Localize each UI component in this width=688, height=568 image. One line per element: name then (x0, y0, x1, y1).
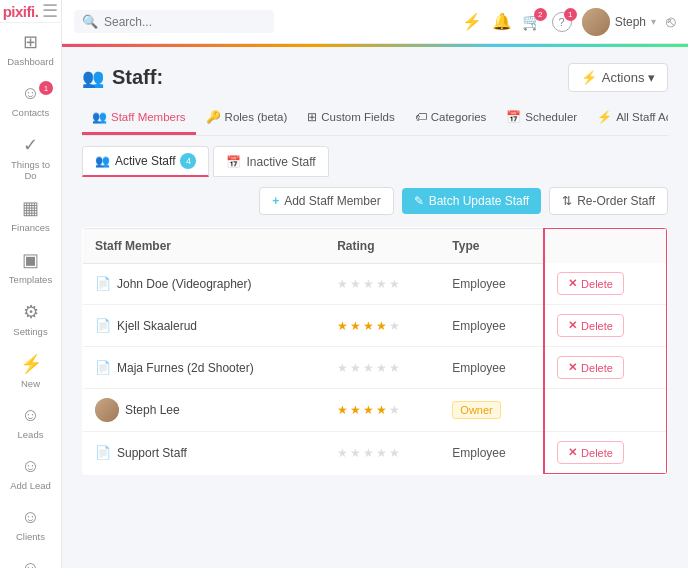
staff-member-cell: 📄 Support Staff (83, 432, 326, 475)
sidebar-item-settings-inner[interactable]: ⚙ Settings (0, 293, 61, 345)
user-avatar (582, 8, 610, 36)
subtab-active-staff[interactable]: 👥 Active Staff 4 (82, 146, 209, 177)
tab-scheduler-label: Scheduler (525, 111, 577, 123)
sidebar-label-templates: Templates (9, 274, 52, 285)
type-cell: Employee (440, 263, 544, 305)
tab-roles[interactable]: 🔑 Roles (beta) (196, 102, 298, 135)
delete-button[interactable]: ✕ Delete (557, 441, 624, 464)
delete-label: Delete (581, 320, 613, 332)
staff-member-cell: 📄 Maja Furnes (2d Shooter) (83, 347, 326, 389)
help-icon-wrap[interactable]: ? 1 (552, 12, 572, 32)
tab-staff-members[interactable]: 👥 Staff Members (82, 102, 196, 135)
add-staff-button[interactable]: + Add Staff Member (259, 187, 394, 215)
staff-member-inner: 📄 Support Staff (95, 445, 313, 460)
actions-lightning-icon: ⚡ (581, 70, 597, 85)
cart-icon-wrap[interactable]: 🛒 2 (522, 12, 542, 31)
star-5: ★ (389, 446, 400, 460)
sidebar-item-finances-inner[interactable]: ▦ Finances (0, 189, 61, 241)
sidebar-item-dashboard-inner[interactable]: ⊞ Dashboard (0, 23, 61, 75)
sidebar-item-dashboard[interactable]: ⊞ Dashboard (0, 23, 61, 75)
star-3: ★ (363, 277, 374, 291)
page-header: 👥 Staff: ⚡ Actions ▾ (82, 63, 668, 92)
star-1: ★ (337, 361, 348, 375)
star-1: ★ (337, 319, 348, 333)
star-5: ★ (389, 361, 400, 375)
sidebar-item-things-inner[interactable]: ✓ Things to Do (0, 126, 61, 189)
staff-doc-icon: 📄 (95, 276, 111, 291)
sidebar-item-settings[interactable]: ⚙ Settings (0, 293, 61, 345)
search-wrap[interactable]: 🔍 (74, 10, 274, 33)
search-icon: 🔍 (82, 14, 98, 29)
tab-custom-fields[interactable]: ⊞ Custom Fields (297, 102, 405, 135)
tab-all-staff-activity[interactable]: ⚡ All Staff Activity (587, 102, 668, 135)
col-header-rating: Rating (325, 228, 440, 263)
leads-icon: ☺ (21, 405, 39, 426)
staff-avatar (95, 398, 119, 422)
active-staff-badge: 4 (180, 153, 196, 169)
help-badge: 1 (564, 8, 577, 21)
sidebar-item-leads-inner[interactable]: ☺ Leads (0, 397, 61, 448)
sidebar-item-add-client[interactable]: ☺ Add Client (0, 550, 61, 568)
staff-name: Steph Lee (125, 403, 180, 417)
star-3: ★ (363, 446, 374, 460)
batch-edit-icon: ✎ (414, 194, 424, 208)
templates-icon: ▣ (22, 249, 39, 271)
delete-x-icon: ✕ (568, 361, 577, 374)
staff-table: Staff Member Rating Type 📄 John Doe (Vid… (82, 227, 668, 475)
star-3: ★ (363, 361, 374, 375)
star-rating: ★ ★ ★ ★ ★ (337, 446, 428, 460)
delete-cell-empty (544, 389, 667, 432)
sidebar-item-contacts-inner[interactable]: ☺ 1 Contacts (0, 75, 61, 126)
bell-icon[interactable]: 🔔 (492, 12, 512, 31)
sidebar-item-clients-inner[interactable]: ☺ Clients (0, 499, 61, 550)
delete-button[interactable]: ✕ Delete (557, 272, 624, 295)
logout-icon[interactable]: ⎋ (666, 13, 676, 31)
batch-update-button[interactable]: ✎ Batch Update Staff (402, 188, 542, 214)
search-input[interactable] (104, 15, 266, 29)
star-5: ★ (389, 403, 400, 417)
staff-name: Support Staff (117, 446, 187, 460)
rating-cell: ★ ★ ★ ★ ★ (325, 305, 440, 347)
delete-label: Delete (581, 278, 613, 290)
sidebar-item-things-to-do[interactable]: ✓ Things to Do (0, 126, 61, 189)
reorder-button[interactable]: ⇅ Re-Order Staff (549, 187, 668, 215)
rating-cell: ★ ★ ★ ★ ★ (325, 432, 440, 475)
actions-button[interactable]: ⚡ Actions ▾ (568, 63, 668, 92)
tab-scheduler[interactable]: 📅 Scheduler (496, 102, 587, 135)
staff-doc-icon: 📄 (95, 318, 111, 333)
star-3: ★ (363, 403, 374, 417)
star-2: ★ (350, 361, 361, 375)
star-3: ★ (363, 319, 374, 333)
sidebar-item-contacts[interactable]: ☺ 1 Contacts (0, 75, 61, 126)
employee-type: Employee (452, 361, 505, 375)
sidebar-item-clients[interactable]: ☺ Clients (0, 499, 61, 550)
delete-x-icon: ✕ (568, 277, 577, 290)
sidebar-item-add-lead[interactable]: ☺ Add Lead (0, 448, 61, 499)
type-cell: Owner (440, 389, 544, 432)
tab-custom-fields-icon: ⊞ (307, 110, 317, 124)
lightning-icon[interactable]: ⚡ (462, 12, 482, 31)
user-avatar-wrap[interactable]: Steph ▾ (582, 8, 656, 36)
sidebar-item-add-lead-inner[interactable]: ☺ Add Lead (0, 448, 61, 499)
sidebar-item-new-inner[interactable]: ⚡ New (0, 345, 61, 397)
sidebar-item-leads[interactable]: ☺ Leads (0, 397, 61, 448)
settings-icon: ⚙ (23, 301, 39, 323)
sidebar-item-new[interactable]: ⚡ New (0, 345, 61, 397)
star-2: ★ (350, 277, 361, 291)
sidebar-item-finances[interactable]: ▦ Finances (0, 189, 61, 241)
sidebar-item-add-client-inner[interactable]: ☺ Add Client (0, 550, 61, 568)
star-5: ★ (389, 277, 400, 291)
tab-categories[interactable]: 🏷 Categories (405, 102, 497, 135)
add-client-icon: ☺ (21, 558, 39, 568)
star-5: ★ (389, 319, 400, 333)
reorder-icon: ⇅ (562, 194, 572, 208)
page-title-wrap: 👥 Staff: (82, 66, 163, 89)
subtab-inactive-staff[interactable]: 📅 Inactive Staff (213, 146, 328, 177)
star-4: ★ (376, 403, 387, 417)
delete-button[interactable]: ✕ Delete (557, 314, 624, 337)
sidebar-item-templates[interactable]: ▣ Templates (0, 241, 61, 293)
delete-button[interactable]: ✕ Delete (557, 356, 624, 379)
hamburger-icon[interactable]: ☰ (42, 0, 58, 22)
sidebar-item-templates-inner[interactable]: ▣ Templates (0, 241, 61, 293)
delete-cell: ✕ Delete (544, 347, 667, 389)
